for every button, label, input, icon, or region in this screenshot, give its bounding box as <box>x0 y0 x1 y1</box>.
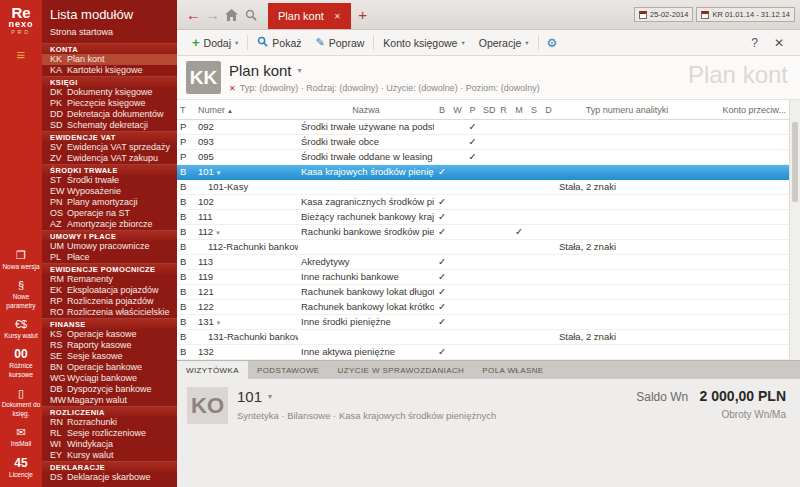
sidebar-item-dk[interactable]: DKDokumenty księgowe <box>42 87 177 98</box>
sidebar-item-strona-startowa[interactable]: Strona startowa <box>42 25 177 43</box>
sidebar-item-ro[interactable]: RORozliczenia właścicielskie <box>42 307 177 318</box>
expand-caret-icon[interactable]: ▾ <box>217 319 221 326</box>
table-row[interactable]: B113Akredytywy✓ <box>177 255 800 270</box>
new-tab-button[interactable]: + <box>351 3 375 29</box>
operacje-menu[interactable]: Operacje ▾ <box>472 30 536 55</box>
table-row[interactable]: B112▾Rachunki bankowe środków pieniężn..… <box>177 225 800 240</box>
table-row[interactable]: B132Inne aktywa pieniężne✓ <box>177 345 800 360</box>
vertical-scrollbar[interactable] <box>789 100 800 360</box>
edit-button[interactable]: ✎ Popraw <box>308 30 371 55</box>
konto-ksiegowe-menu[interactable]: Konto księgowe ▾ <box>376 30 471 55</box>
table-row[interactable]: B101-KasyStała, 2 znaki <box>177 180 800 195</box>
table-row[interactable]: B111Bieżący rachunek bankowy krajowyc...… <box>177 210 800 225</box>
close-view-button[interactable]: ✕ <box>774 36 784 50</box>
table-row[interactable]: B102Kasa zagranicznych środków pienięż..… <box>177 195 800 210</box>
bottom-tab[interactable]: PODSTAWOWE <box>248 361 329 379</box>
column-header-t[interactable]: T <box>177 105 195 115</box>
sidebar-item-ew[interactable]: EWWyposażenie <box>42 186 177 197</box>
column-header-r[interactable]: R <box>496 105 511 115</box>
accounting-period-selector[interactable]: KR 01.01.14 - 31.12.14 <box>696 7 795 22</box>
strip-item-licencje[interactable]: 45Licencje <box>0 457 42 479</box>
scrollbar-thumb[interactable] <box>792 122 798 202</box>
strip-item-insmail[interactable]: ✉InsMail <box>0 426 42 448</box>
column-header-typ[interactable]: Typ numeru analityki <box>556 105 698 115</box>
gear-icon[interactable]: ⚙ <box>541 36 564 50</box>
sidebar-item-pn[interactable]: PNPlany amortyzacji <box>42 197 177 208</box>
table-row[interactable]: P095Środki trwałe oddane w leasing finan… <box>177 150 800 165</box>
sidebar-item-bn[interactable]: BNOperacje bankowe <box>42 362 177 373</box>
bottom-tab[interactable]: POLA WŁASNE <box>473 361 552 379</box>
sidebar-item-os[interactable]: OSOperacje na ST <box>42 208 177 219</box>
current-date-selector[interactable]: 25-02-2014 <box>634 7 693 22</box>
add-button[interactable]: + Dodaj ▾ <box>185 30 245 55</box>
bottom-tab[interactable]: WIZYTÓWKA <box>177 361 248 379</box>
strip-item-dokument-do-ksieg[interactable]: ▯Dokument do księg. <box>0 387 42 418</box>
forward-button[interactable]: → <box>203 6 222 23</box>
column-header-d[interactable]: D <box>541 105 556 115</box>
sidebar-item-wi[interactable]: WIWindykacja <box>42 439 177 450</box>
page-title[interactable]: Plan kont ▾ <box>229 62 540 79</box>
table-row[interactable]: B122Rachunek bankowy lokat krótkoterm...… <box>177 300 800 315</box>
column-header-w[interactable]: W <box>450 105 465 115</box>
strip-item-kursy-walut[interactable]: €$Kursy walut <box>0 318 42 340</box>
sidebar-item-se[interactable]: SESesje kasowe <box>42 351 177 362</box>
column-header-p[interactable]: P <box>465 105 480 115</box>
strip-item-nowa-wersja[interactable]: ❐Nowa wersja <box>0 249 42 271</box>
sidebar-item-mw[interactable]: MWMagazyn walut <box>42 395 177 406</box>
sidebar-item-rl[interactable]: RLSesje rozliczeniowe <box>42 428 177 439</box>
strip-item-nowe-parametry[interactable]: §Nowe parametry <box>0 279 42 310</box>
cell-numer: 092 <box>195 120 298 134</box>
column-header-s[interactable]: S <box>527 105 541 115</box>
clear-filter-icon[interactable]: ✕ <box>229 84 236 93</box>
show-button[interactable]: Pokaż <box>250 30 308 55</box>
sidebar-item-pl[interactable]: PLPłace <box>42 252 177 263</box>
column-header-konto[interactable]: Konto przeciw... <box>698 105 789 115</box>
sidebar-item-dd[interactable]: DDDekretacja dokumentów <box>42 109 177 120</box>
expand-caret-icon[interactable]: ▾ <box>216 229 220 236</box>
help-button[interactable]: ? <box>751 36 758 50</box>
table-row[interactable]: B119Inne rachunki bankowe✓ <box>177 270 800 285</box>
column-header-m[interactable]: M <box>511 105 527 115</box>
column-header-nazwa[interactable]: Nazwa <box>298 105 434 115</box>
sidebar-item-wg[interactable]: WGWyciągi bankowe <box>42 373 177 384</box>
expand-caret-icon[interactable]: ▾ <box>217 169 221 176</box>
sidebar-item-sv[interactable]: SVEwidencja VAT sprzedaży <box>42 142 177 153</box>
back-button[interactable]: ← <box>184 6 203 23</box>
sidebar-item-kk[interactable]: KKPlan kont <box>42 54 177 65</box>
sidebar-item-sd[interactable]: SDSchematy dekretacji <box>42 120 177 131</box>
sidebar-item-ks[interactable]: KSOperacje kasowe <box>42 329 177 340</box>
sidebar-item-rp[interactable]: RPRozliczenia pojazdów <box>42 296 177 307</box>
sidebar-item-zv[interactable]: ZVEwidencja VAT zakupu <box>42 153 177 164</box>
sidebar-item-db[interactable]: DBDyspozycje bankowe <box>42 384 177 395</box>
sidebar-item-ek[interactable]: EKEksploatacja pojazdów <box>42 285 177 296</box>
column-header-numer[interactable]: Numer▲ <box>195 105 298 115</box>
table-row[interactable]: P093Środki trwałe obce✓ <box>177 135 800 150</box>
table-row[interactable]: B101▾Kasa krajowych środków pieniężnych✓ <box>177 165 800 180</box>
sidebar-item-ds[interactable]: DSDeklaracje skarbowe <box>42 472 177 483</box>
hamburger-menu-icon[interactable]: ≡ <box>17 46 26 63</box>
column-header-b[interactable]: B <box>434 105 450 115</box>
sidebar-item-um[interactable]: UMUmowy pracownicze <box>42 241 177 252</box>
filter-summary[interactable]: ✕ Typ: (dowolny) · Rodzaj: (dowolny) · U… <box>229 83 540 93</box>
table-row[interactable]: B131▾Inne środki pieniężne✓ <box>177 315 800 330</box>
detail-account-number[interactable]: 101 ▾ <box>237 388 496 405</box>
strip-item-roznice-kursowe[interactable]: 00Różnice kursowe <box>0 348 42 379</box>
sidebar-item-rn[interactable]: RNRozrachunki <box>42 417 177 428</box>
sidebar-item-st[interactable]: STŚrodki trwałe <box>42 175 177 186</box>
table-row[interactable]: B112-Rachunki bankoweStała, 2 znaki <box>177 240 800 255</box>
bottom-tab[interactable]: UŻYCIE W SPRAWOZDANIACH <box>329 361 474 379</box>
sidebar-item-pk[interactable]: PKPieczęcie księgowe <box>42 98 177 109</box>
sidebar-item-ey[interactable]: EYKursy walut <box>42 450 177 461</box>
column-header-sd[interactable]: SD <box>480 105 496 115</box>
sidebar-item-ka[interactable]: KAKartoteki księgowe <box>42 65 177 76</box>
sidebar-item-rs[interactable]: RSRaporty kasowe <box>42 340 177 351</box>
table-row[interactable]: B121Rachunek bankowy lokat długotermi...… <box>177 285 800 300</box>
search-button[interactable] <box>241 9 260 21</box>
sidebar-item-az[interactable]: AZAmortyzacje zbiorcze <box>42 219 177 230</box>
home-button[interactable] <box>222 9 241 21</box>
table-row[interactable]: P092Środki trwałe używane na podstawie..… <box>177 120 800 135</box>
tab-close-icon[interactable]: ✕ <box>334 12 341 21</box>
table-row[interactable]: B131-Rachunki bankoweStała, 2 znaki <box>177 330 800 345</box>
sidebar-item-rm[interactable]: RMRemanenty <box>42 274 177 285</box>
tab-plan-kont[interactable]: Plan kont ✕ <box>268 3 351 29</box>
